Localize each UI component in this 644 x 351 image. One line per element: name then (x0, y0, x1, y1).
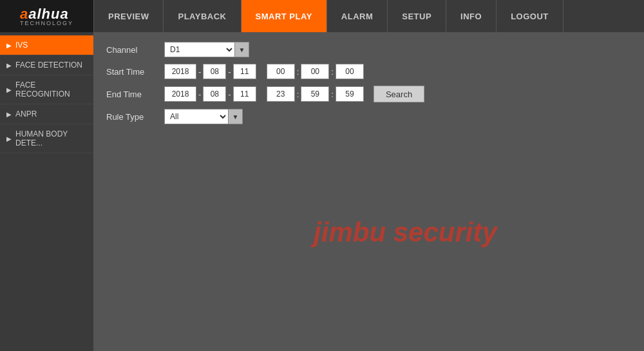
sidebar-item-face-recognition[interactable]: ▶ FACE RECOGNITION (0, 75, 93, 104)
start-hour-input[interactable] (267, 64, 295, 79)
end-time-label: End Time (106, 90, 164, 99)
end-day-input[interactable] (233, 86, 256, 102)
start-year-input[interactable] (164, 64, 196, 79)
channel-select-wrap: D1 ▼ (164, 42, 249, 57)
sep10: : (329, 90, 336, 99)
start-time-row: Start Time - - : : (106, 64, 631, 79)
search-button[interactable]: Search (374, 86, 424, 102)
sidebar-item-ivs[interactable]: ▶ IVS (0, 35, 93, 55)
arrow-icon: ▶ (6, 62, 12, 69)
sidebar-label-anpr: ANPR (15, 109, 37, 119)
end-month-input[interactable] (203, 86, 226, 102)
start-min-input[interactable] (301, 64, 329, 79)
sidebar-item-anpr[interactable]: ▶ ANPR (0, 104, 93, 124)
channel-dropdown-btn[interactable]: ▼ (235, 42, 249, 57)
sidebar: ▶ IVS ▶ FACE DETECTION ▶ FACE RECOGNITIO… (0, 32, 93, 351)
start-sec-input[interactable] (336, 64, 364, 79)
sep5: : (329, 67, 336, 77)
nav-setup[interactable]: SETUP (388, 0, 446, 32)
sidebar-item-human-body[interactable]: ▶ HUMAN BODY DETE... (0, 124, 93, 153)
sep6: - (196, 90, 203, 99)
start-month-input[interactable] (203, 64, 226, 79)
nav-logout[interactable]: LOGOUT (497, 0, 564, 32)
nav-preview[interactable]: PREVIEW (93, 0, 164, 32)
logo: aalhua TECHNOLOGY (0, 0, 93, 32)
sep2: - (226, 67, 232, 77)
end-time-group: - - : : Search (164, 86, 424, 102)
brand-subtitle: TECHNOLOGY (20, 20, 73, 26)
end-time-row: End Time - - : : Search (106, 86, 631, 102)
end-hour-input[interactable] (267, 86, 295, 102)
channel-select[interactable]: D1 (164, 42, 235, 57)
channel-label: Channel (106, 45, 164, 55)
nav-playback[interactable]: PLAYBACK (164, 0, 241, 32)
nav-smart-play[interactable]: SMART PLAY (242, 0, 327, 32)
end-year-input[interactable] (164, 86, 196, 102)
end-sec-input[interactable] (336, 86, 364, 102)
sep9: : (295, 90, 301, 99)
end-min-input[interactable] (301, 86, 329, 102)
rule-type-row: Rule Type All ▼ (106, 109, 631, 124)
nav-info[interactable]: INFO (446, 0, 497, 32)
sep1: - (196, 67, 203, 77)
sidebar-label-face-detection: FACE DETECTION (15, 61, 82, 70)
start-time-group: - - : : (164, 64, 364, 79)
arrow-icon: ▶ (6, 111, 12, 118)
sidebar-label-ivs: IVS (15, 41, 28, 50)
rule-dropdown-btn[interactable]: ▼ (229, 109, 243, 124)
sep7: - (226, 90, 232, 99)
nav-alarm[interactable]: ALARM (327, 0, 388, 32)
main-nav: PREVIEW PLAYBACK SMART PLAY ALARM SETUP … (93, 0, 644, 32)
start-time-label: Start Time (106, 67, 164, 77)
content-area: Channel D1 ▼ Start Time - - : : (93, 32, 644, 351)
channel-row: Channel D1 ▼ (106, 42, 631, 57)
rule-type-select-wrap: All ▼ (164, 109, 243, 124)
arrow-icon: ▶ (6, 135, 12, 142)
sidebar-label-human-body: HUMAN BODY DETE... (15, 129, 87, 147)
rule-type-label: Rule Type (106, 112, 164, 122)
sidebar-item-face-detection[interactable]: ▶ FACE DETECTION (0, 55, 93, 75)
rule-type-select[interactable]: All (164, 109, 229, 124)
arrow-icon: ▶ (6, 42, 12, 49)
start-day-input[interactable] (233, 64, 256, 79)
watermark: jimbu security (314, 217, 497, 248)
arrow-icon: ▶ (6, 86, 12, 93)
sidebar-label-face-recognition: FACE RECOGNITION (15, 81, 87, 99)
sep4: : (295, 67, 301, 77)
